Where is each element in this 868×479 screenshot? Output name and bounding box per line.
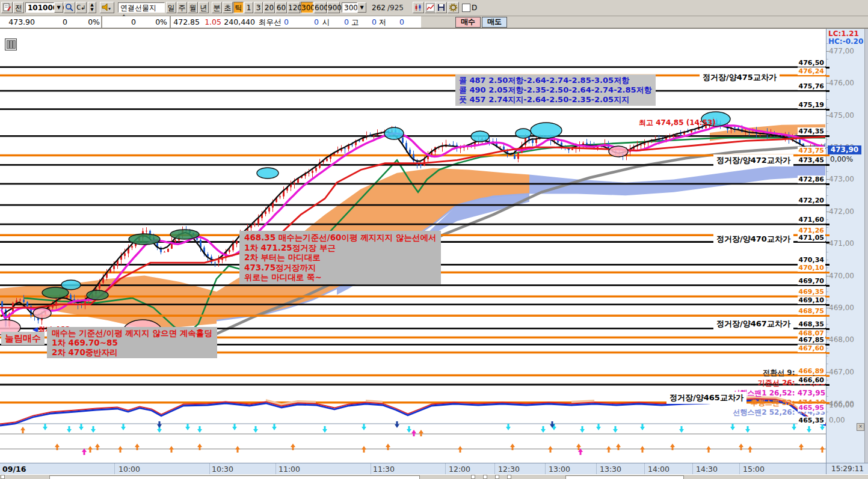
quote-value: 0 [296, 17, 319, 26]
tickcount-button-600[interactable]: 600 [314, 2, 327, 13]
scroll-button[interactable] [507, 475, 511, 479]
scroll-corner[interactable] [1, 475, 5, 479]
trading-app-window: { "colors":{"accent_orange":"#f7a421","u… [0, 0, 868, 479]
current-price-box: 473,90 [828, 145, 861, 154]
period-button-일[interactable]: 일 [166, 2, 176, 13]
axis-tick-label: 476,00 [829, 79, 854, 87]
quote-value: 240,440 [223, 17, 255, 26]
price-line-label: 475,19 [798, 101, 825, 109]
tickcount-button-3[interactable]: 3 [254, 2, 263, 13]
current-change-pct: 0,00% [830, 155, 853, 163]
station-label: 정거장/양475교차가 [700, 72, 780, 84]
price-line-label: 472,86 [798, 175, 825, 183]
divider [170, 16, 171, 28]
quote-value: 0 [37, 17, 67, 26]
d-checkbox[interactable] [462, 4, 470, 12]
pullback-buy-label: 눌림매수 [1, 332, 45, 345]
quote-value: 472.85 [172, 17, 200, 26]
price-line-label: 472,20 [798, 197, 825, 204]
period-button-주[interactable]: 주 [177, 2, 187, 13]
price-line-label: 473,75 [798, 147, 825, 154]
divider [101, 16, 102, 28]
time-axis-label: 11:30 [373, 465, 395, 474]
period-button-년[interactable]: 년 [199, 2, 209, 13]
quote-value: 0 [360, 17, 377, 26]
search-icon[interactable] [64, 2, 75, 13]
price-line-label: 469,70 [798, 277, 825, 285]
line-chart-icon[interactable] [425, 2, 436, 13]
quote-value: 0% [138, 17, 167, 26]
price-line-label: 476,50 [798, 59, 825, 67]
chart-area[interactable]: 476,50476,24475,76475,19474,35473,75473,… [0, 29, 868, 479]
axis-tick-label: 469,00 [829, 304, 854, 312]
buy-button[interactable]: 매수 [455, 17, 481, 28]
code-dropdown-arrow[interactable]: ▼ [54, 2, 63, 13]
price-line-label: 467,85 [798, 336, 825, 344]
bottom-scrollbar[interactable] [0, 474, 868, 479]
station-label: 정거장/양470교차가 [713, 233, 793, 245]
interval-select[interactable]: 300 [342, 2, 357, 13]
time-axis-label: 14:30 [696, 465, 718, 474]
price-line-label: 470,10 [798, 264, 825, 272]
axis-tick-label: 471,00 [829, 239, 854, 248]
price-axis[interactable]: LC:1.21 HC:-0.20 477,00476,00475,00474,0… [826, 29, 865, 463]
time-axis-label: 10:30 [212, 465, 233, 474]
gear-icon[interactable] [448, 2, 459, 13]
period-button-월[interactable]: 월 [188, 2, 198, 13]
axis-tick-label: 467,00 [829, 368, 854, 376]
interval-dropdown-arrow[interactable]: ▼ [357, 2, 366, 13]
period-button-틱[interactable]: 틱 [233, 2, 244, 13]
axis-tick-label: 473,00 [829, 175, 854, 183]
tickcount-button-900[interactable]: 900 [327, 2, 340, 13]
strategy-note: 468.35 매수는기준선/60이평 께지지지 않는선에서1차 471.25정거… [239, 231, 441, 284]
period-button-분[interactable]: 분 [212, 2, 222, 13]
jeon-button[interactable]: 전 [13, 2, 24, 13]
price-line-label: 468,35 [798, 320, 825, 328]
time-axis-label: 14:00 [648, 465, 669, 474]
quote-value: 0 [387, 17, 404, 26]
subchart-close-icon[interactable]: × [857, 423, 864, 431]
app-icon[interactable] [1, 2, 13, 13]
quote-value: 1.05 [201, 17, 221, 26]
tickcount-button-1[interactable]: 1 [244, 2, 253, 13]
svg-text:▾: ▾ [108, 6, 111, 11]
scroll-button[interactable] [483, 475, 487, 479]
scroll-button[interactable] [471, 475, 475, 479]
price-line-label: 467,60 [798, 344, 825, 352]
time-axis-label: 13:30 [600, 465, 621, 474]
main-toolbar: 전 10100000 ▼ C↲ ▲▼ ▾ 연결선물지수 일주월년분초틱 1320… [0, 0, 868, 16]
axis-tick-label: 472,00 [829, 207, 854, 216]
spin-icon[interactable]: ▲▼ [88, 2, 96, 13]
quote-bar: 473.9000%00%472.851.05240,440최우선00시0고0저0… [0, 16, 868, 29]
price-line-label: 465,35 [798, 416, 825, 424]
tickcount-button-300[interactable]: 300 [301, 2, 313, 13]
instrument-field[interactable]: 연결선물지수 [118, 2, 165, 13]
price-line-label: 466,89 [798, 367, 825, 375]
speaker-icon[interactable]: ▾ [100, 2, 114, 13]
tickcount-button-20[interactable]: 20 [263, 2, 275, 13]
price-line-label: 471,05 [798, 234, 825, 242]
price-line-label: 469,10 [798, 296, 825, 304]
axis-scroll-strip[interactable] [864, 29, 868, 463]
tickcount-button-120[interactable]: 120 [288, 2, 300, 13]
scroll-track[interactable] [49, 475, 420, 479]
repeat-icon[interactable]: C↲ [76, 2, 87, 13]
grid-layout-icon[interactable] [5, 38, 17, 50]
price-line-label: 468,75 [798, 307, 825, 315]
code-input[interactable]: 10100000 [25, 2, 54, 13]
signal-arrows [20, 421, 861, 455]
sell-button[interactable]: 매도 [482, 17, 507, 28]
time-axis-label: 09/16 [2, 465, 26, 474]
quote-value: 473.90 [1, 17, 35, 26]
scroll-track[interactable] [565, 475, 684, 479]
axis-tick-label: 475,00 [829, 111, 854, 120]
time-axis-label: 11:00 [279, 465, 300, 474]
price-line-label: 473,45 [798, 156, 825, 164]
save-icon[interactable] [436, 2, 447, 13]
time-axis-label: 13:00 [549, 465, 570, 474]
tickcount-button-60[interactable]: 60 [275, 2, 287, 13]
period-button-초[interactable]: 초 [223, 2, 233, 13]
candle-chart-icon[interactable] [413, 2, 424, 13]
lc-value: LC:1.21 [828, 29, 859, 38]
scroll-button[interactable] [495, 475, 499, 479]
